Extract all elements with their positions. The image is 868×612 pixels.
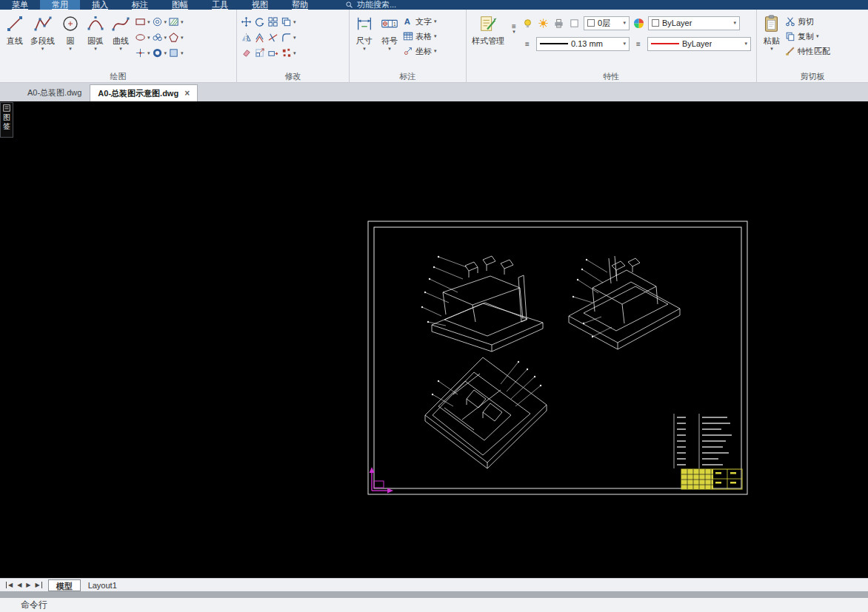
paste-button[interactable]: 粘贴 ▾	[760, 13, 784, 53]
chevron-down-icon[interactable]: ▾	[181, 20, 184, 24]
rectangle-icon[interactable]	[134, 16, 147, 28]
panel-label-properties[interactable]: 特性	[467, 72, 756, 83]
drawing-viewport[interactable]: 图 签	[0, 101, 868, 578]
chevron-down-icon[interactable]: ▾	[770, 47, 773, 51]
erase-icon[interactable]	[240, 47, 253, 59]
style-manager-button[interactable]: 样式管理	[470, 13, 507, 48]
chevron-down-icon[interactable]: ▾	[147, 20, 150, 24]
panel-label-annotate[interactable]: 标注	[350, 72, 466, 83]
stretch-icon[interactable]	[267, 47, 279, 59]
move-icon[interactable]	[240, 16, 253, 28]
close-icon[interactable]: ×	[184, 90, 190, 97]
table-button[interactable]: 表格 ▾	[403, 29, 437, 44]
text-button[interactable]: A 文字 ▾	[403, 14, 437, 29]
chevron-down-icon[interactable]: ▾	[816, 34, 819, 38]
dimension-button[interactable]: 尺寸 ▾	[353, 13, 376, 53]
arc-button[interactable]: 圆弧 ▾	[84, 13, 107, 53]
menubar-item[interactable]: 菜单	[0, 0, 40, 10]
next-layout-icon[interactable]: ▶	[26, 582, 30, 588]
chevron-down-icon[interactable]: ▾	[69, 47, 72, 51]
line-button[interactable]: 直线	[3, 13, 27, 48]
chevron-down-icon[interactable]: ▾	[363, 47, 366, 51]
mirror-icon[interactable]	[240, 31, 253, 44]
linetype-select[interactable]: ByLayer ▾	[647, 37, 751, 51]
panel-label-clipboard[interactable]: 剪切板	[757, 72, 868, 83]
lineweight-select[interactable]: 0.13 mm ▾	[536, 37, 630, 51]
hatch-icon[interactable]	[167, 16, 180, 28]
chevron-down-icon[interactable]: ▾	[147, 51, 150, 56]
explode-icon[interactable]	[280, 47, 293, 59]
command-line[interactable]: 命令行	[0, 598, 868, 612]
linetype-sample	[651, 43, 679, 44]
scale-icon[interactable]	[253, 47, 266, 59]
menubar-item-active[interactable]: 常用	[40, 0, 80, 10]
chevron-down-icon[interactable]: ▾	[293, 20, 296, 24]
lineweight-list-icon[interactable]: ≡	[521, 41, 533, 47]
ellipse-icon[interactable]	[134, 31, 147, 44]
match-properties-button[interactable]: 特性匹配	[785, 44, 830, 58]
side-palette-tab[interactable]: 图 签	[0, 102, 13, 138]
chevron-down-icon[interactable]: ▾	[147, 36, 150, 40]
panel-label-modify[interactable]: 修改	[237, 72, 349, 83]
lineweight-sample	[540, 43, 568, 44]
copy-object-icon[interactable]	[280, 16, 293, 28]
array-icon[interactable]	[267, 16, 279, 28]
menubar-item[interactable]: 标注	[120, 0, 160, 10]
list-options-button[interactable]: ≡ ▾	[508, 13, 520, 34]
layer-transparent-icon[interactable]	[568, 17, 581, 30]
layer-on-bulb-icon[interactable]	[521, 17, 534, 30]
region-icon[interactable]	[167, 47, 180, 59]
linetype-list-icon[interactable]: ≡	[632, 41, 644, 47]
function-search[interactable]: 功能搜索...	[345, 0, 396, 10]
trim-icon[interactable]	[267, 31, 279, 44]
menubar-item[interactable]: 插入	[80, 0, 120, 10]
donut-icon[interactable]	[151, 47, 164, 59]
circle-button[interactable]: 圆 ▾	[59, 13, 82, 53]
tab-model[interactable]: 模型	[48, 579, 81, 591]
color-select[interactable]: ByLayer ▾	[648, 16, 740, 30]
fillet-icon[interactable]	[280, 31, 293, 44]
chevron-down-icon[interactable]: ▾	[164, 36, 167, 40]
chevron-down-icon[interactable]: ▾	[181, 36, 184, 40]
coordinate-button[interactable]: 坐标 ▾	[403, 44, 437, 58]
cut-button[interactable]: 剪切	[785, 14, 830, 29]
chevron-down-icon[interactable]: ▾	[434, 19, 437, 24]
chevron-down-icon[interactable]: ▾	[293, 36, 296, 40]
copy-button[interactable]: 复制 ▾	[785, 29, 830, 44]
chevron-down-icon[interactable]: ▾	[94, 47, 97, 51]
menubar-item[interactable]: 工具	[200, 0, 240, 10]
spline-button[interactable]: 曲线 ▾	[109, 13, 133, 53]
chevron-down-icon[interactable]: ▾	[181, 51, 184, 56]
menubar-item[interactable]: 图幅	[160, 0, 200, 10]
revision-cloud-icon[interactable]	[151, 31, 164, 44]
layer-freeze-sun-icon[interactable]	[537, 17, 550, 30]
layer-plot-printer-icon[interactable]	[552, 17, 565, 30]
color-wheel-icon[interactable]	[632, 17, 645, 30]
chevron-down-icon[interactable]: ▾	[41, 47, 44, 51]
chevron-down-icon[interactable]: ▾	[293, 51, 296, 56]
symbol-button[interactable]: 1 符号 ▾	[378, 13, 401, 53]
offset-icon[interactable]	[253, 31, 266, 44]
doc-tab-inactive[interactable]: A0-总装图.dwg	[19, 84, 90, 101]
first-layout-icon[interactable]: ◀	[6, 582, 13, 588]
menubar-item[interactable]: 视图	[240, 0, 280, 10]
previous-layout-icon[interactable]: ◀	[17, 582, 21, 588]
layer-select[interactable]: 0层 ▾	[584, 16, 630, 30]
command-window-splitter[interactable]	[0, 591, 868, 598]
panel-label-draw[interactable]: 绘图	[0, 72, 236, 83]
tab-layout1[interactable]: Layout1	[81, 579, 124, 591]
last-layout-icon[interactable]: ▶	[35, 582, 41, 588]
polygon-icon[interactable]	[167, 31, 180, 44]
rotate-icon[interactable]	[253, 16, 266, 28]
chevron-down-icon[interactable]: ▾	[434, 34, 437, 38]
chevron-down-icon[interactable]: ▾	[119, 47, 122, 51]
chevron-down-icon[interactable]: ▾	[388, 47, 391, 51]
concentric-circles-icon[interactable]	[151, 16, 164, 28]
chevron-down-icon[interactable]: ▾	[164, 51, 167, 56]
menubar-item[interactable]: 帮助	[280, 0, 320, 10]
doc-tab-active[interactable]: A0-总装图示意图.dwg ×	[90, 84, 198, 101]
point-icon[interactable]	[134, 47, 147, 59]
chevron-down-icon[interactable]: ▾	[164, 20, 167, 24]
chevron-down-icon[interactable]: ▾	[434, 49, 437, 53]
polyline-button[interactable]: 多段线 ▾	[28, 13, 57, 53]
